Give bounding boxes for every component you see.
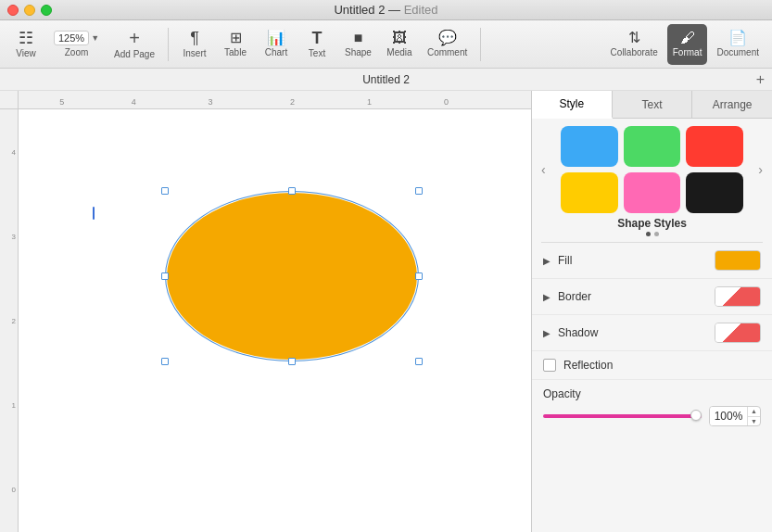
preset-red[interactable] [686,126,743,167]
fill-color-swatch [715,251,760,270]
shadow-label: Shadow [558,326,707,339]
table-icon: ⊞ [230,31,242,45]
add-page-icon: + [129,29,140,47]
selection-border [165,191,419,361]
preset-yellow[interactable] [561,172,618,213]
separator-2 [480,28,481,61]
presets-dots [532,232,772,236]
reflection-row: Reflection [532,351,772,380]
tab-style[interactable]: Style [532,91,613,119]
collaborate-icon: ⇅ [628,31,640,45]
format-label: Format [673,47,702,57]
titlebar: Untitled 2 — Edited [0,0,772,20]
presets-prev-button[interactable]: ‹ [536,160,551,179]
separator-1 [168,28,169,61]
opacity-label: Opacity [543,387,761,400]
insert-button[interactable]: ¶ Insert [176,24,213,65]
opacity-row: Opacity ▲ ▼ [532,380,772,434]
preset-pink[interactable] [624,172,681,213]
fill-expand-icon[interactable]: ▶ [543,256,551,266]
table-label: Table [224,47,247,57]
format-button[interactable]: 🖌 Format [667,24,708,65]
preset-green[interactable] [624,126,681,167]
opacity-input[interactable] [710,406,747,426]
canvas-body: 4 3 2 1 0 [0,109,531,532]
view-button[interactable]: ☷ View [7,24,44,65]
opacity-slider[interactable] [543,414,702,418]
toolbar-right: ⇅ Collaborate 🖌 Format 📄 Document [605,24,765,65]
border-value-box[interactable] [715,286,761,307]
vruler-0: 0 [12,486,16,494]
close-button[interactable] [7,5,19,16]
dot-1 [646,232,651,236]
shape-label: Shape [345,47,372,57]
shape-button[interactable]: ■ Shape [339,24,377,65]
document-titlebar: Untitled 2 + [0,69,772,91]
text-label: Text [309,48,325,58]
border-color-swatch [715,287,760,306]
handle-top-right[interactable] [415,187,423,195]
format-icon: 🖌 [680,31,695,45]
collaborate-button[interactable]: ⇅ Collaborate [605,24,664,65]
handle-middle-left[interactable] [161,272,169,280]
table-button[interactable]: ⊞ Table [217,24,254,65]
handle-top-left[interactable] [161,187,169,195]
reflection-checkbox[interactable] [543,359,556,372]
right-panel: Style Text Arrange ‹ › [531,91,772,532]
edit-status: Edited [404,3,438,17]
shadow-row: ▶ Shadow [532,315,772,351]
document-icon: 📄 [728,31,747,45]
opacity-thumb[interactable] [690,410,702,421]
media-button[interactable]: 🖼 Media [381,24,418,65]
presets-next-button[interactable]: › [753,160,768,179]
fill-label: Fill [558,254,707,267]
text-icon: T [312,30,323,46]
preset-black[interactable] [686,172,743,213]
insert-label: Insert [183,48,206,58]
chart-button[interactable]: 📊 Chart [258,24,295,65]
ruler-side: 4 3 2 1 0 [0,109,19,532]
add-sheet-button[interactable]: + [756,72,765,87]
handle-middle-right[interactable] [415,272,423,280]
opacity-increment-button[interactable]: ▲ [748,407,760,417]
title-separator: — [385,3,403,17]
document-button[interactable]: 📄 Document [711,24,765,65]
vruler-2: 2 [12,317,16,325]
shadow-value-box[interactable] [715,323,761,343]
comment-button[interactable]: 💬 Comment [422,24,473,65]
shadow-color-swatch [715,323,760,342]
presets-nav-row: ‹ › [532,126,772,213]
handle-bottom-left[interactable] [161,358,169,365]
add-page-button[interactable]: + Add Page [108,24,160,65]
view-label: View [16,48,36,58]
add-page-label: Add Page [114,49,155,59]
panel-tabs: Style Text Arrange [532,91,772,119]
vruler-1: 1 [12,401,16,410]
ruler-mark-4: 4 [132,97,136,107]
handle-bottom-right[interactable] [415,358,423,365]
border-label: Border [558,290,707,303]
chart-icon: 📊 [267,31,285,45]
toolbar: ☷ View 125% ▼ Zoom + Add Page ¶ Insert ⊞… [0,20,772,69]
border-expand-icon[interactable]: ▶ [543,292,551,302]
minimize-button[interactable] [24,5,35,16]
fill-value-box[interactable] [715,250,761,271]
document-label: Document [716,47,759,57]
preset-blue[interactable] [561,126,618,167]
shape-icon: ■ [354,31,363,45]
zoom-control[interactable]: 125% ▼ Zoom [48,24,105,65]
document-title: Untitled 2 [362,73,410,86]
tab-arrange[interactable]: Arrange [692,91,772,118]
comment-icon: 💬 [438,31,457,45]
opacity-decrement-button[interactable]: ▼ [748,417,760,426]
presets-grid [551,126,753,213]
maximize-button[interactable] [41,5,52,16]
tab-text[interactable]: Text [613,91,693,118]
handle-bottom-middle[interactable] [288,358,296,365]
handle-top-middle[interactable] [288,187,296,195]
shadow-expand-icon[interactable]: ▶ [543,328,551,338]
shape-container[interactable] [167,193,417,360]
text-button[interactable]: T Text [298,24,335,65]
document-canvas[interactable] [19,109,531,532]
vruler-4: 4 [12,147,16,156]
